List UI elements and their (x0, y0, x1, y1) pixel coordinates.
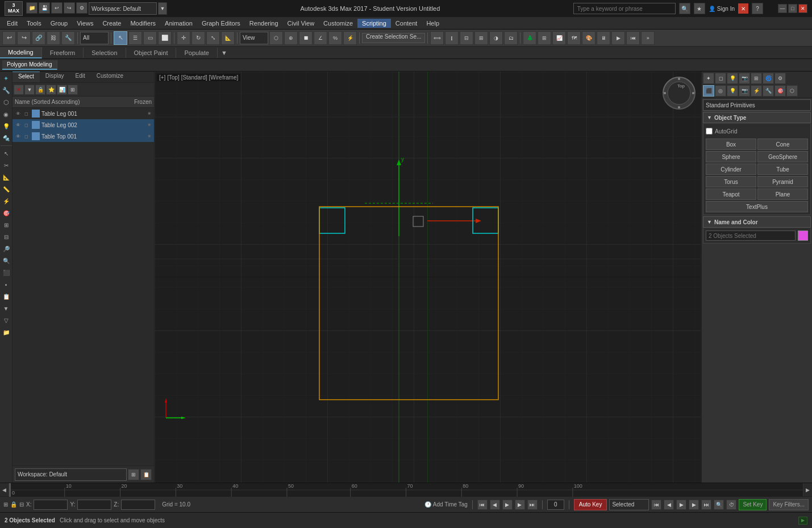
workspace-arrow[interactable]: ▼ (158, 2, 167, 15)
menu-views[interactable]: Views (72, 19, 98, 28)
visibility-icon[interactable]: 👁 (15, 121, 22, 128)
add-time-tag-btn[interactable]: 🕐 Add Time Tag (424, 501, 468, 508)
scene-lock-btn[interactable]: 🔒 (35, 85, 45, 95)
search-btn[interactable]: 🔍 (679, 3, 690, 14)
scene-filter-btn[interactable]: ▼ (24, 85, 35, 95)
tool2-icon[interactable]: ✂ (1, 160, 12, 171)
settings-btn[interactable]: ⚙ (76, 2, 88, 14)
place-hilite-btn[interactable]: ◑ (489, 31, 503, 45)
utilities-icon[interactable]: 🔩 (1, 132, 12, 144)
prev-frame-btn[interactable]: ◀ (490, 500, 500, 510)
display-icon[interactable]: 💡 (1, 120, 12, 132)
time-config-btn[interactable]: ⏱ (726, 500, 736, 510)
frame-input[interactable] (547, 500, 564, 510)
tool1-icon[interactable]: ↖ (1, 148, 12, 159)
visibility-icon[interactable]: 👁 (15, 133, 22, 140)
selected-dropdown[interactable]: Selected (609, 499, 649, 510)
motion-icon[interactable]: ◉ (1, 108, 12, 120)
menu-create[interactable]: Create (98, 19, 126, 28)
help-btn[interactable]: ? (752, 3, 763, 14)
select-name-btn[interactable]: ☰ (128, 31, 142, 45)
render-icon[interactable]: ◻ (23, 133, 30, 140)
go-start2-btn[interactable]: ⏮ (651, 500, 661, 510)
normal-align-btn[interactable]: ⊞ (474, 31, 488, 45)
tool7-icon[interactable]: ⊞ (1, 219, 12, 231)
tool13-icon[interactable]: 📋 (1, 291, 12, 302)
menu-customize[interactable]: Customize (319, 19, 357, 28)
tool15-icon[interactable]: ▽ (1, 315, 12, 326)
play-btn[interactable]: ▶ (502, 500, 513, 510)
next-frame-btn[interactable]: ▶ (515, 500, 525, 510)
tab-modeling[interactable]: Modeling (0, 47, 42, 58)
workspace-btn1[interactable]: ⊞ (128, 469, 139, 480)
menu-civil-view[interactable]: Civil View (283, 19, 319, 28)
render-setup-btn[interactable]: 🖥 (597, 31, 610, 45)
tool16-icon[interactable]: 📁 (1, 326, 12, 338)
scene-search-clear[interactable]: ✕ (14, 85, 24, 95)
render-last-btn[interactable]: ⏮ (626, 31, 640, 45)
rp-lights-btn[interactable]: 💡 (727, 73, 738, 84)
scene-tab-edit[interactable]: Edit (70, 72, 91, 82)
next-key-btn[interactable]: ▶ (689, 500, 699, 510)
render-frame-btn[interactable]: ▶ (611, 31, 625, 45)
undo-btn[interactable]: ↩ (2, 31, 16, 45)
menu-graph-editors[interactable]: Graph Editors (197, 19, 245, 28)
cylinder-btn[interactable]: Cylinder (706, 164, 756, 175)
angle-snap-btn[interactable]: ∠ (314, 31, 327, 45)
spinner-snap-btn[interactable]: ⚡ (343, 31, 357, 45)
menu-edit[interactable]: Edit (2, 19, 22, 28)
bind-btn[interactable]: 🔧 (61, 31, 75, 45)
plane-btn[interactable]: Plane (757, 188, 808, 200)
go-start-btn[interactable]: ⏮ (477, 500, 488, 510)
prev-key-btn[interactable]: ◀ (664, 500, 674, 510)
viewport[interactable]: [+] [Top] [Standard] [Wireframe] (155, 72, 701, 483)
quick-access-btn[interactable]: 💾 (39, 2, 50, 14)
bookmark-btn[interactable]: ★ (694, 3, 705, 14)
tab-object-paint[interactable]: Object Paint (126, 48, 177, 58)
search-input[interactable] (573, 3, 676, 14)
tool8-icon[interactable]: ⊟ (1, 231, 12, 242)
more-tools-btn[interactable]: » (641, 31, 655, 45)
link-btn[interactable]: 🔗 (32, 31, 45, 45)
tool12-icon[interactable]: ▪ (1, 279, 12, 290)
timeline-scroll-left[interactable]: ◀ (0, 483, 9, 497)
hierarchy-icon[interactable]: ⬡ (1, 97, 12, 108)
render-icon[interactable]: ◻ (23, 121, 30, 128)
x-input[interactable] (34, 500, 68, 510)
tool4-icon[interactable]: 📏 (1, 183, 12, 195)
curve-editor-btn[interactable]: 📈 (552, 31, 566, 45)
workspace-btn2[interactable]: 📋 (140, 469, 152, 480)
rp-cameras-btn[interactable]: 📷 (739, 73, 750, 84)
z-input[interactable] (121, 500, 155, 510)
redo-btn[interactable]: ↪ (64, 2, 75, 14)
tab-selection[interactable]: Selection (84, 48, 126, 58)
auto-key-btn[interactable]: Auto Key (574, 499, 607, 510)
scene-tab-display[interactable]: Display (40, 72, 70, 82)
menu-tools[interactable]: Tools (22, 19, 46, 28)
tool11-icon[interactable]: ⬛ (1, 267, 12, 278)
ref-coord-btn[interactable]: ⬡ (269, 31, 283, 45)
rp-create-btn[interactable]: ✦ (703, 73, 714, 84)
pivot-btn[interactable]: ⊕ (284, 31, 298, 45)
filter-dropdown[interactable]: All (80, 32, 109, 44)
rp-view1-btn[interactable]: ⬛ (703, 85, 714, 97)
list-item[interactable]: 👁 ◻ Table Leg 001 ✷ (13, 108, 154, 119)
rp-view4-btn[interactable]: 📷 (739, 85, 750, 97)
move-btn[interactable]: ✛ (177, 31, 190, 45)
search-keys-btn[interactable]: 🔍 (714, 500, 724, 510)
create-selection-btn[interactable]: Create Selection Se... (362, 33, 425, 43)
placement-btn[interactable]: 📐 (221, 31, 235, 45)
schematic-view-btn[interactable]: 🗺 (567, 31, 581, 45)
tube-btn[interactable]: Tube (757, 164, 808, 175)
select-btn[interactable]: ↖ (114, 31, 127, 45)
view-dropdown[interactable]: View (240, 32, 268, 44)
scale-btn[interactable]: ⤡ (206, 31, 220, 45)
timeline-track[interactable]: 0 10 20 30 40 50 60 70 80 90 1 (9, 483, 803, 497)
menu-modifiers[interactable]: Modifiers (126, 19, 160, 28)
cone-btn[interactable]: Cone (757, 139, 808, 150)
textplus-btn[interactable]: TextPlus (706, 201, 808, 212)
tab-populate[interactable]: Populate (176, 48, 217, 58)
menu-content[interactable]: Content (391, 19, 422, 28)
close-btn[interactable]: ✕ (798, 4, 807, 13)
scene-explorer-btn[interactable]: 🌲 (523, 31, 536, 45)
